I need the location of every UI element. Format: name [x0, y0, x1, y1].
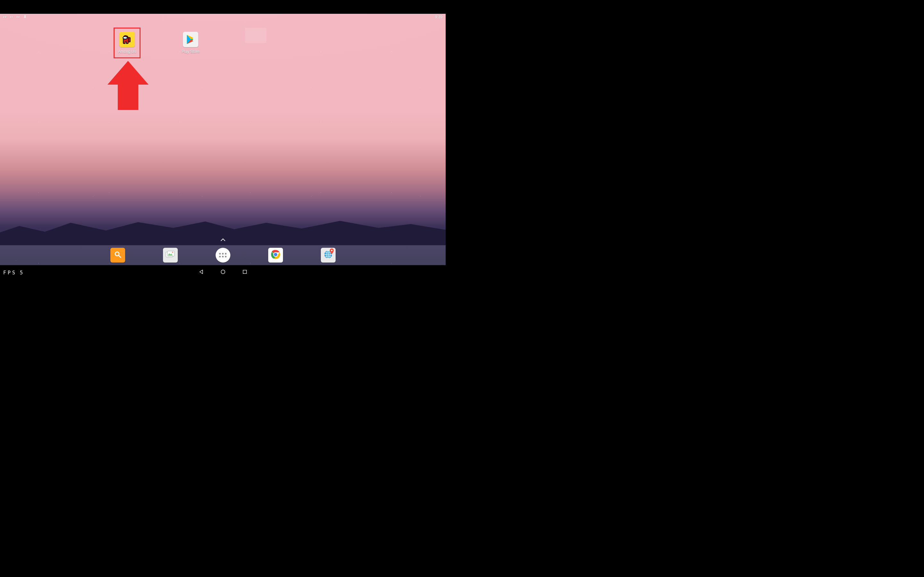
letterbox-top: [0, 0, 446, 14]
status-indicator: FF: [3, 16, 7, 19]
app-drawer-button[interactable]: [216, 248, 230, 263]
svg-point-8: [172, 251, 173, 253]
chrome-icon: [270, 249, 281, 261]
app-play-store[interactable]: Play Store: [175, 32, 206, 54]
dock-chrome[interactable]: [268, 248, 283, 263]
annotation-arrow-up: [107, 61, 149, 111]
selection-ghost: [245, 28, 266, 43]
app-label: Among Us: [118, 49, 136, 54]
dock-gallery[interactable]: [163, 248, 178, 263]
nav-recents-button[interactable]: [241, 268, 248, 276]
gallery-icon: [166, 251, 175, 259]
back-icon: [198, 269, 204, 275]
dock: [0, 245, 446, 265]
wallpaper-stars: [0, 14, 446, 265]
svg-rect-16: [243, 270, 246, 274]
app-label: Play Store: [182, 49, 199, 54]
web-globe-icon: [323, 250, 333, 261]
svg-point-15: [221, 270, 225, 274]
fps-overlay: FPS5: [3, 270, 23, 276]
status-clock: 9:39: [435, 15, 443, 19]
home-circle-icon: [220, 269, 226, 275]
fps-label: FPS: [3, 270, 17, 276]
app-drawer-icon: [219, 253, 226, 258]
status-indicator: FF: [17, 16, 20, 19]
search-icon: [114, 251, 121, 259]
play-store-icon: [183, 32, 198, 47]
nav-back-button[interactable]: [198, 268, 205, 276]
app-among-us[interactable]: Among Us: [111, 32, 142, 54]
svg-point-2: [124, 37, 125, 38]
among-us-icon: [120, 32, 135, 47]
system-navigation-bar: [0, 265, 446, 278]
svg-point-1: [123, 37, 128, 39]
status-bar: FF FF FF 9:39: [0, 14, 446, 20]
svg-point-14: [331, 250, 333, 251]
svg-rect-0: [128, 37, 130, 42]
status-indicator: FF: [10, 16, 13, 19]
home-screen[interactable]: FF FF FF 9:39 Among Us: [0, 14, 446, 265]
svg-line-5: [119, 255, 121, 258]
chevron-up-icon[interactable]: [221, 237, 225, 242]
fps-value: 5: [20, 270, 23, 276]
nav-home-button[interactable]: [220, 268, 226, 276]
svg-marker-3: [107, 61, 149, 110]
dock-search[interactable]: [110, 248, 125, 263]
recents-square-icon: [242, 269, 247, 274]
dock-web[interactable]: [321, 248, 336, 263]
pawn-icon: [23, 15, 27, 19]
